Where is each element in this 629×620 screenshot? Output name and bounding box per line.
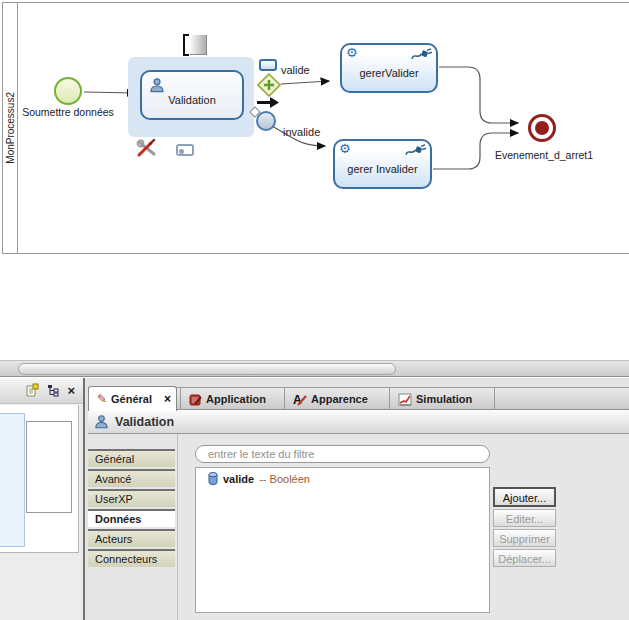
tab-apparence[interactable]: A Apparence <box>285 388 390 410</box>
data-item-type: -- Booléen <box>259 473 310 485</box>
tab-general[interactable]: ✎ Général × <box>88 386 177 411</box>
properties-panel: ✎ Général × Application A <box>88 378 629 620</box>
task-validation[interactable]: Validation <box>140 70 244 120</box>
filter-input[interactable] <box>195 445 490 463</box>
add-gateway-icon[interactable] <box>257 73 281 97</box>
outline-panel: × <box>0 378 85 620</box>
diagram-canvas[interactable]: MonProcessus2 Soumettre données <box>0 0 629 360</box>
form-screen-dot <box>179 149 184 154</box>
add-task-icon[interactable] <box>259 59 277 71</box>
outline-toolbar: × <box>0 378 83 404</box>
tab-label: Application <box>206 393 266 405</box>
list-item-valide[interactable]: valide -- Booléen <box>196 468 489 485</box>
pencil-icon: ✎ <box>97 392 107 406</box>
task-label: gererValider <box>342 67 436 79</box>
properties-content: Général Avancé UserXP Données Acteurs Co… <box>88 434 629 620</box>
end-event[interactable] <box>528 114 556 142</box>
selected-element-header: Validation <box>88 410 629 434</box>
overview-viewport-rect[interactable] <box>26 421 72 513</box>
close-outline-icon[interactable]: × <box>67 384 75 397</box>
annotation-bracket-icon[interactable] <box>183 34 189 56</box>
tab-label: Général <box>111 393 152 405</box>
task-label: gerer Invalider <box>335 163 430 175</box>
pool-label: MonProcessus2 <box>5 92 16 164</box>
sections-divider <box>177 434 178 620</box>
appearance-icon: A <box>293 393 307 406</box>
service-gear-icon: ⚙ <box>339 142 351 156</box>
data-listbox[interactable]: valide -- Booléen <box>195 467 490 613</box>
tree-layout-icon[interactable] <box>47 384 60 397</box>
tab-application[interactable]: Application <box>180 388 285 410</box>
start-event-label: Soumettre données <box>14 106 122 118</box>
flow-label-invalide: invalide <box>283 126 320 138</box>
connector-plug-icon <box>405 144 426 158</box>
horizontal-scrollbar[interactable] <box>0 360 629 377</box>
supprimer-button[interactable]: Supprimer <box>493 529 556 547</box>
task-label: Validation <box>142 94 242 106</box>
overview-page-icon[interactable] <box>25 383 40 398</box>
close-tab-icon[interactable]: × <box>164 392 171 406</box>
service-gear-icon: ⚙ <box>346 46 358 60</box>
tab-label: Simulation <box>416 393 472 405</box>
bottom-panel: × ✎ Général × <box>0 378 629 620</box>
connector-plug-icon <box>411 48 432 62</box>
tab-simulation[interactable]: Simulation <box>390 388 495 410</box>
end-event-inner <box>535 121 549 135</box>
add-event-icon[interactable] <box>256 111 276 131</box>
overview-thumbnail[interactable] <box>0 405 79 553</box>
overview-diagram-rect <box>0 413 25 547</box>
task-gerer-invalider[interactable]: ⚙ gerer Invalider <box>333 139 432 189</box>
data-cylinder-icon <box>208 472 218 485</box>
section-general[interactable]: Général <box>88 449 175 467</box>
tools-wrench-icon[interactable] <box>136 139 158 158</box>
simulation-chart-icon <box>398 393 412 406</box>
start-event[interactable] <box>54 77 82 105</box>
pool-header[interactable]: MonProcessus2 <box>3 3 18 253</box>
scrollbar-thumb[interactable] <box>18 363 396 375</box>
person-icon <box>94 414 109 429</box>
data-item-name: valide <box>223 473 254 485</box>
section-acteurs[interactable]: Acteurs <box>88 529 175 547</box>
user-task-icon <box>149 77 165 93</box>
annotation-box-icon[interactable] <box>190 35 207 55</box>
deplacer-button[interactable]: Déplacer... <box>493 549 556 567</box>
add-flow-arrow-icon[interactable] <box>256 96 280 109</box>
section-avance[interactable]: Avancé <box>88 469 175 487</box>
selected-element-name: Validation <box>115 415 174 429</box>
ajouter-button[interactable]: Ajouter... <box>493 487 556 507</box>
task-gerervalider[interactable]: ⚙ gererValider <box>340 43 438 93</box>
tab-label: Apparence <box>311 393 368 405</box>
section-userxp[interactable]: UserXP <box>88 489 175 507</box>
section-connecteurs[interactable]: Connecteurs <box>88 549 175 567</box>
bpm-studio-window: MonProcessus2 Soumettre données <box>0 0 629 620</box>
section-donnees[interactable]: Données <box>88 509 175 527</box>
application-icon <box>189 393 202 406</box>
properties-tab-bar: ✎ Général × Application A <box>88 387 629 410</box>
end-event-label: Evenement_d_arret1 <box>492 149 596 161</box>
editer-button[interactable]: Editer... <box>493 509 556 527</box>
flow-label-valide: valide <box>281 64 310 76</box>
form-screen-icon[interactable] <box>176 144 194 156</box>
